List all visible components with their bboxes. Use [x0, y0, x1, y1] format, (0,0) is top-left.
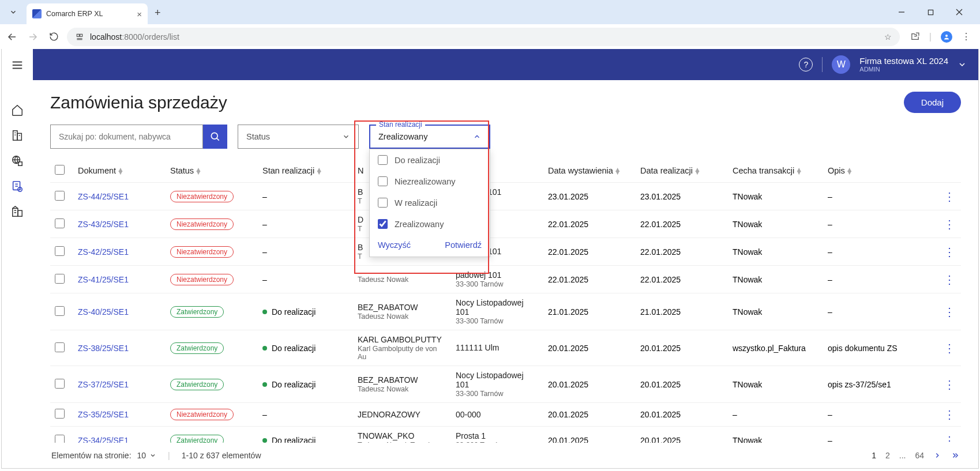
row-menu-icon[interactable]: ⋮ [938, 293, 961, 330]
date-issued: 20.01.2025 [543, 403, 636, 427]
back-icon[interactable] [6, 31, 18, 43]
svg-rect-1 [928, 10, 933, 14]
close-window-icon[interactable] [950, 3, 968, 21]
stan-value: Do realizacji [262, 307, 348, 316]
table-row: ZS-40/25/SE1ZatwierdzonyDo realizacjiBEZ… [50, 293, 961, 330]
dropdown-option[interactable]: Do realizacji [370, 149, 490, 171]
th-data-wyst[interactable]: Data wystawienia▲▼ [543, 159, 636, 183]
row-menu-icon[interactable]: ⋮ [938, 403, 961, 427]
document-link[interactable]: ZS-41/25/SE1 [78, 275, 129, 284]
chevron-down-icon [342, 133, 350, 141]
dropdown-option[interactable]: Niezrealizowany [370, 171, 490, 192]
option-checkbox[interactable] [378, 198, 388, 208]
page-next-icon[interactable] [933, 451, 941, 459]
table-row: ZS-42/25/SE1Niezatwierdzony–BTpadowej 10… [50, 238, 961, 266]
row-checkbox[interactable] [55, 191, 65, 201]
feature-cell: TNowak [728, 427, 823, 443]
stan-filter[interactable]: Stan realizacji Zrealizowany Do realizac… [369, 125, 490, 149]
row-menu-icon[interactable]: ⋮ [938, 366, 961, 403]
bookmark-star-icon[interactable]: ☆ [884, 32, 892, 42]
status-badge: Zatwierdzony [170, 379, 224, 390]
add-button[interactable]: Dodaj [904, 92, 961, 113]
document-link[interactable]: ZS-37/25/SE1 [78, 380, 129, 389]
option-checkbox[interactable] [378, 219, 388, 229]
row-menu-icon[interactable]: ⋮ [938, 183, 961, 210]
feature-cell: TNowak [728, 238, 823, 266]
row-checkbox[interactable] [55, 246, 65, 256]
document-link[interactable]: ZS-42/25/SE1 [78, 247, 129, 257]
option-checkbox[interactable] [378, 155, 388, 165]
sidebar-item-globe[interactable] [6, 149, 29, 172]
new-tab-button[interactable]: + [155, 7, 161, 19]
th-status[interactable]: Status▲▼ [166, 159, 258, 183]
sidebar-item-company[interactable] [6, 200, 29, 223]
row-checkbox[interactable] [55, 379, 65, 389]
dropdown-option[interactable]: Zrealizowany [370, 213, 490, 235]
sidebar-item-home[interactable] [6, 99, 29, 122]
dropdown-option[interactable]: W realizacji [370, 192, 490, 213]
document-link[interactable]: ZS-38/25/SE1 [78, 344, 129, 353]
profile-icon[interactable] [941, 31, 952, 43]
select-all-checkbox[interactable] [55, 165, 65, 175]
status-dot-icon [262, 382, 267, 387]
tab-close-icon[interactable]: × [137, 9, 142, 19]
date-issued: 22.01.2025 [543, 238, 636, 266]
per-page-select[interactable]: 10 [137, 451, 157, 460]
browser-tab[interactable]: Comarch ERP XL × [27, 3, 148, 24]
th-data-real[interactable]: Data realizacji▲▼ [636, 159, 728, 183]
search-group [50, 125, 227, 149]
url-input[interactable]: localhost:8000/orders/list ☆ [67, 28, 900, 46]
option-label: Do realizacji [395, 156, 440, 165]
document-link[interactable]: ZS-44/25/SE1 [78, 192, 129, 201]
row-menu-icon[interactable]: ⋮ [938, 427, 961, 443]
page-title: Zamówienia sprzedaży [50, 93, 227, 112]
row-checkbox[interactable] [55, 342, 65, 352]
row-checkbox[interactable] [55, 306, 65, 316]
site-info-icon[interactable] [75, 32, 84, 42]
maximize-icon[interactable] [921, 3, 940, 21]
page-2[interactable]: 2 [885, 451, 890, 460]
per-page-label: Elementów na stronie: [51, 451, 132, 460]
row-checkbox[interactable] [55, 409, 65, 419]
th-opis[interactable]: Opis▲▼ [823, 159, 938, 183]
help-icon[interactable]: ? [799, 58, 813, 71]
row-menu-icon[interactable]: ⋮ [938, 210, 961, 238]
search-button[interactable] [203, 125, 227, 149]
row-menu-icon[interactable]: ⋮ [938, 330, 961, 366]
chevron-up-icon [473, 133, 481, 141]
hamburger-icon[interactable] [9, 57, 25, 73]
page-last-icon[interactable] [951, 451, 960, 459]
status-filter[interactable]: Status [238, 125, 359, 149]
forward-icon[interactable] [27, 31, 39, 43]
reload-icon[interactable] [47, 31, 60, 43]
document-link[interactable]: ZS-34/25/SE1 [78, 436, 129, 443]
th-cecha[interactable]: Cecha transakcji▲▼ [728, 159, 823, 183]
sort-icon: ▲▼ [795, 168, 802, 174]
document-link[interactable]: ZS-35/25/SE1 [78, 410, 129, 419]
page-current[interactable]: 1 [872, 451, 876, 460]
row-menu-icon[interactable]: ⋮ [938, 266, 961, 293]
document-link[interactable]: ZS-43/25/SE1 [78, 220, 129, 229]
row-menu-icon[interactable]: ⋮ [938, 238, 961, 266]
address-cell: 00-000 [456, 410, 539, 419]
search-input[interactable] [50, 125, 203, 149]
tab-list-dropdown[interactable] [5, 3, 22, 21]
sidebar-item-buildings[interactable] [6, 124, 29, 147]
page-last[interactable]: 64 [915, 451, 924, 460]
th-stan[interactable]: Stan realizacji▲▼ [258, 159, 353, 183]
dropdown-clear-button[interactable]: Wyczyść [378, 240, 411, 250]
dropdown-confirm-button[interactable]: Potwierdź [445, 240, 482, 250]
document-link[interactable]: ZS-40/25/SE1 [78, 307, 129, 316]
minimize-icon[interactable] [892, 3, 911, 21]
row-checkbox[interactable] [55, 435, 65, 443]
company-info[interactable]: Firma testowa XL 2024 ADMIN [859, 56, 948, 73]
th-dokument[interactable]: Dokument▲▼ [73, 159, 166, 183]
row-checkbox[interactable] [55, 274, 65, 284]
extensions-icon[interactable] [910, 32, 920, 42]
stan-filter-float-label: Stan realizacji [376, 120, 425, 129]
sidebar-item-orders[interactable] [6, 175, 29, 198]
row-checkbox[interactable] [55, 218, 65, 228]
option-checkbox[interactable] [378, 176, 388, 186]
chevron-down-icon[interactable] [958, 60, 967, 69]
chrome-menu-icon[interactable]: ⋮ [962, 31, 971, 42]
